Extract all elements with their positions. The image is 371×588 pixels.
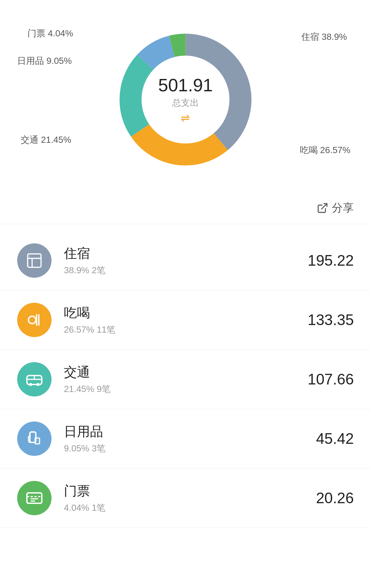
- svg-rect-16: [27, 493, 42, 503]
- share-icon: [317, 202, 328, 214]
- chart-section: 501.91 总支出 ⇌ 住宿 38.9% 吃喝 26.57% 交通 21.45…: [0, 0, 371, 192]
- ticket-amount: 20.26: [316, 489, 354, 507]
- exchange-icon: ⇌: [158, 112, 213, 125]
- svg-point-6: [29, 316, 36, 324]
- ticket-name: 门票: [64, 482, 304, 500]
- donut-chart: 501.91 总支出 ⇌: [106, 21, 265, 178]
- daily-amount: 45.42: [316, 430, 354, 447]
- food-name: 吃喝: [64, 304, 295, 322]
- ticket-info: 门票 4.04% 1笔: [64, 482, 304, 514]
- daily-meta: 9.05% 3笔: [64, 442, 304, 454]
- list-item[interactable]: 门票 4.04% 1笔 20.26: [0, 469, 371, 528]
- label-jiaotong: 交通 21.45%: [21, 134, 71, 146]
- total-label: 总支出: [158, 97, 213, 109]
- list-item[interactable]: 住宿 38.9% 2笔 195.22: [0, 231, 371, 290]
- label-riyongpin: 日用品 9.05%: [17, 55, 72, 67]
- accommodation-meta: 38.9% 2笔: [64, 264, 295, 276]
- ticket-icon: [17, 481, 52, 515]
- accommodation-info: 住宿 38.9% 2笔: [64, 245, 295, 276]
- transport-amount: 107.66: [307, 371, 354, 388]
- accommodation-icon: [17, 243, 52, 278]
- svg-point-10: [29, 383, 32, 386]
- daily-name: 日用品: [64, 423, 304, 440]
- svg-line-1: [322, 204, 327, 209]
- label-chihe: 吃喝 26.57%: [300, 144, 350, 156]
- svg-point-11: [37, 383, 40, 386]
- categories-list: 住宿 38.9% 2笔 195.22 吃喝 26.57% 11笔 133.35: [0, 231, 371, 528]
- transport-info: 交通 21.45% 9笔: [64, 364, 295, 395]
- transport-meta: 21.45% 9笔: [64, 383, 295, 395]
- donut-center: 501.91 总支出 ⇌: [158, 75, 213, 125]
- svg-point-5: [30, 256, 30, 256]
- transport-icon: [17, 362, 52, 396]
- list-item[interactable]: 日用品 9.05% 3笔 45.42: [0, 409, 371, 469]
- food-info: 吃喝 26.57% 11笔: [64, 304, 295, 336]
- food-amount: 133.35: [307, 311, 354, 328]
- transport-name: 交通: [64, 364, 295, 381]
- daily-info: 日用品 9.05% 3笔: [64, 423, 304, 454]
- list-item[interactable]: 吃喝 26.57% 11笔 133.35: [0, 290, 371, 350]
- accommodation-name: 住宿: [64, 245, 295, 262]
- daily-icon: [17, 422, 52, 456]
- ticket-meta: 4.04% 1笔: [64, 502, 304, 514]
- food-icon: [17, 303, 52, 337]
- label-zhushu: 住宿 38.9%: [301, 31, 347, 43]
- share-bar: 分享: [0, 192, 371, 224]
- food-meta: 26.57% 11笔: [64, 324, 295, 336]
- label-menpiao: 门票 4.04%: [27, 27, 73, 39]
- accommodation-amount: 195.22: [307, 252, 354, 269]
- share-button[interactable]: 分享: [317, 200, 354, 216]
- share-label: 分享: [332, 200, 354, 216]
- total-amount: 501.91: [158, 75, 213, 95]
- list-item[interactable]: 交通 21.45% 9笔 107.66: [0, 350, 371, 409]
